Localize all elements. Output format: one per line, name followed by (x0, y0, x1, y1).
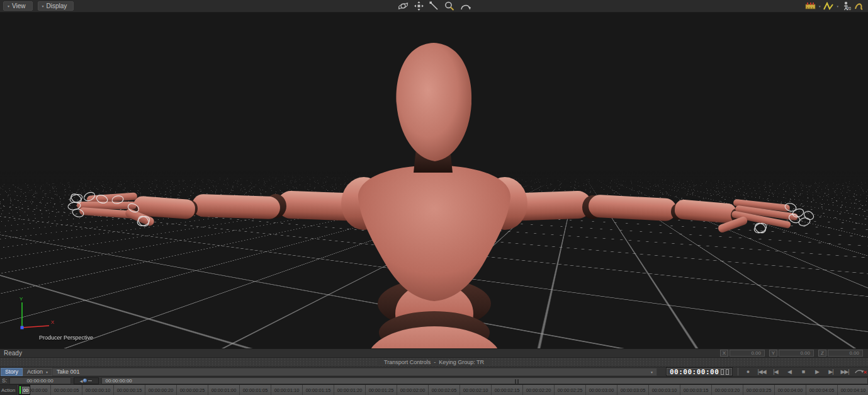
ruler-tick-label: 00:00:01:25 (365, 385, 397, 395)
knob-dash-icon (88, 381, 92, 381)
mannequin-character[interactable] (0, 13, 868, 348)
transport-dock-strip[interactable]: Transport Controls - Keying Group: TR (0, 358, 868, 367)
scrollbar-timecode: 00:00:00:00 (102, 378, 132, 384)
stop[interactable]: ■ (796, 369, 810, 375)
playhead-frame-number: 00 (22, 387, 30, 394)
view-menu-button[interactable]: ▾ View (3, 1, 33, 11)
ruler-tick-label: 00:00:03:20 (711, 385, 743, 395)
previous-frame[interactable]: |◀ (769, 369, 782, 375)
coordinate-fields: X 0.00 Y 0.00 Z 0.00 (720, 350, 863, 357)
axis-z-dot (21, 326, 24, 329)
ruler-tick-label: 00:00:01:05 (239, 385, 271, 395)
zigzag-icon[interactable] (823, 2, 833, 11)
ruler-tick-label: 00:00:02:15 (491, 385, 522, 395)
next-frame[interactable]: ▶| (824, 369, 838, 375)
view-menu-label: View (12, 3, 26, 9)
playhead-indicator[interactable]: 00 (18, 385, 30, 395)
coordinate-field[interactable]: X 0.00 (720, 350, 765, 357)
coordinate-value[interactable]: 0.00 (828, 350, 863, 357)
top-toolbar: ▾ View ▾ Display (0, 0, 868, 13)
hook-icon[interactable] (854, 1, 864, 11)
coordinate-axis-label: Y (769, 350, 777, 357)
playback-speed-knob[interactable]: ◀ (74, 377, 99, 384)
torso (341, 142, 527, 348)
axis-gizmo: Y X (11, 295, 59, 335)
ruler-tick-label: 00:00:03:15 (680, 385, 711, 395)
ruler-tick-label: 00:00:02:00 (397, 385, 428, 395)
ruler-cells: 00:00:00:00 00:00:00:05 00:00:00:10 00:0… (19, 385, 868, 395)
ruler-tick-label: 00:00:03:25 (743, 385, 774, 395)
3d-viewport[interactable]: Y X Producer Perspective (0, 13, 868, 348)
left-arm (77, 190, 375, 227)
record[interactable]: ● (741, 369, 755, 375)
head (397, 43, 472, 161)
coordinate-value[interactable]: 0.00 (730, 350, 765, 357)
pan-icon[interactable] (414, 1, 424, 11)
coordinate-axis-label: Z (818, 350, 826, 357)
status-message: Ready (0, 350, 22, 357)
timecode-digits: 00:00:00:00 (670, 368, 719, 376)
axis-x-label: X (51, 319, 55, 325)
timeline-range-row: S: 00:00:00:00 ◀ 00:00:00:00 (0, 377, 868, 385)
transport-controls: Story Action ▾ Take 001 ▾ 00:00:00:00 ● … (0, 367, 868, 377)
status-bar: Ready X 0.00 Y 0.00 Z 0.00 (0, 348, 868, 358)
ruler-tick-label: 00:00:02:05 (428, 385, 459, 395)
right-arm (493, 190, 798, 233)
coordinate-field[interactable]: Z 0.00 (818, 350, 863, 357)
dolly-icon[interactable] (429, 1, 439, 11)
coordinate-value[interactable]: 0.00 (779, 350, 814, 357)
timeline-scrollbar[interactable]: 00:00:00:00 (101, 377, 868, 384)
chevron-down-icon: ▾ (8, 4, 9, 8)
timecode-subframe-box (726, 369, 729, 375)
start-timecode-field[interactable]: 00:00:00:00 (9, 377, 71, 384)
coordinate-axis-label: X (720, 350, 728, 357)
chevron-down-icon[interactable]: ▾ (819, 4, 821, 8)
ruler-tick-label: 00:00:00:15 (113, 385, 145, 395)
ruler-tick-label: 00:00:03:10 (648, 385, 680, 395)
arc-rotate-icon[interactable] (460, 2, 471, 11)
svg-text:20: 20 (847, 6, 851, 11)
ruler-icon[interactable] (805, 2, 816, 10)
coordinate-field[interactable]: Y 0.00 (769, 350, 814, 357)
story-mode-button[interactable]: Story (1, 368, 23, 376)
timecode-subframe-box (721, 369, 724, 375)
ruler-tick-label: 00:00:00:10 (82, 385, 113, 395)
chevron-down-icon[interactable]: ▾ (837, 4, 838, 8)
ruler-action-label: Action (0, 385, 18, 395)
timecode-display[interactable]: 00:00:00:00 (666, 367, 733, 376)
chevron-down-icon: ▾ (42, 4, 44, 8)
take-selector[interactable]: Take 001 ▾ (52, 368, 657, 376)
zoom-icon[interactable] (444, 1, 454, 11)
ruler-tick-label: 00:00:00:05 (50, 385, 82, 395)
play-backward[interactable]: ◀ (782, 369, 796, 375)
orbit-icon[interactable] (398, 1, 409, 11)
display-menu-button[interactable]: ▾ Display (38, 1, 74, 11)
ruler-tick-label: 00:00:00:25 (176, 385, 208, 395)
loop-off-x-icon: × (864, 369, 867, 375)
display-menu-label: Display (47, 3, 67, 9)
camera-name-label: Producer Perspective (39, 335, 93, 341)
chevron-down-icon: ▾ (651, 370, 653, 374)
loop-toggle-button[interactable]: × (852, 369, 868, 375)
action-mode-dropdown[interactable]: Action ▾ (23, 368, 52, 376)
timeline-ruler[interactable]: Action 00:00:00:00 00:00:00:05 00:00:00:… (0, 385, 868, 395)
ruler-tick-label: 00:00:03:00 (585, 385, 617, 395)
ruler-tick-label: 00:00:02:10 (459, 385, 491, 395)
ruler-tick-label: 00:00:04:10 (837, 385, 868, 395)
go-to-start[interactable]: |◀◀ (755, 369, 769, 375)
ruler-tick-label: 00:00:02:20 (522, 385, 554, 395)
ruler-tick-label: 00:00:03:05 (617, 385, 648, 395)
scrollbar-grip[interactable] (515, 379, 519, 384)
go-to-end[interactable]: ▶▶| (838, 369, 852, 375)
start-label: S: (0, 377, 9, 384)
ruler-tick-label: 00:00:04:00 (774, 385, 806, 395)
motionbuilder-window: ▾ View ▾ Display (0, 0, 868, 395)
ruler-tick-label: 00:00:00:20 (145, 385, 176, 395)
ruler-tick-label: 00:00:01:15 (302, 385, 334, 395)
axis-y-label: Y (20, 296, 23, 302)
dock-title: Transport Controls - Keying Group: TR (378, 359, 490, 365)
ruler-tick-label: 00:00:02:25 (554, 385, 585, 395)
figure-20-icon[interactable]: 20 (842, 1, 851, 11)
ruler-tick-label: 00:00:04:05 (806, 385, 837, 395)
play[interactable]: ▶ (810, 369, 824, 375)
